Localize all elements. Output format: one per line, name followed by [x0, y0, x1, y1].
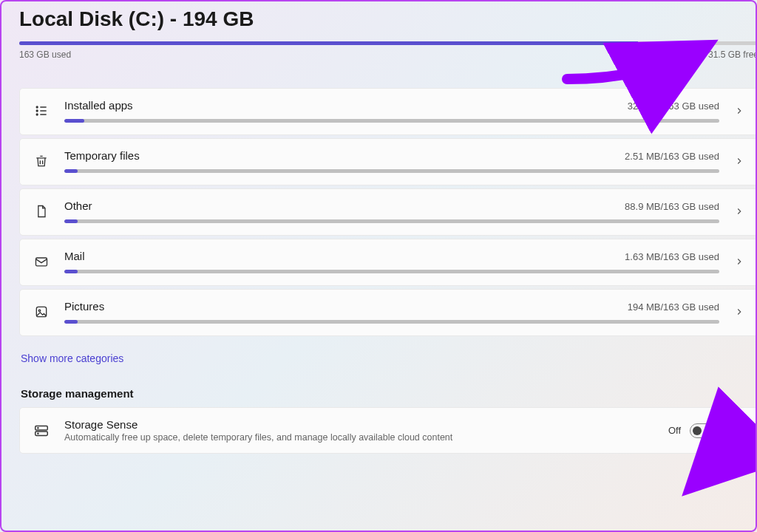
storage-sense-desc: Automatically free up space, delete temp… [64, 432, 654, 443]
page-title: Local Disk (C:) - 194 GB [19, 7, 756, 31]
category-name: Mail [64, 250, 85, 262]
toggle-knob [693, 426, 702, 435]
storage-sense-title: Storage Sense [64, 418, 654, 431]
category-row-pictures[interactable]: Pictures194 MB/163 GB used [19, 289, 757, 336]
storage-sense-state-label: Off [668, 425, 681, 436]
category-name: Temporary files [64, 149, 140, 162]
storage-sense-toggle[interactable] [690, 423, 719, 438]
svg-point-2 [36, 114, 38, 115]
category-name: Pictures [64, 300, 104, 313]
mail-icon [33, 253, 50, 270]
svg-point-10 [38, 310, 41, 312]
svg-point-0 [36, 106, 38, 108]
category-size: 1.63 MB/163 GB used [625, 251, 719, 262]
storage-sense-icon [33, 423, 50, 439]
show-more-categories-link[interactable]: Show more categories [21, 352, 123, 364]
svg-point-13 [38, 427, 38, 428]
apps-icon [33, 103, 50, 119]
category-bar-fill [64, 119, 84, 123]
chevron-right-icon [734, 307, 744, 317]
svg-point-1 [36, 110, 38, 112]
category-name: Other [64, 200, 92, 212]
category-bar-fill [64, 270, 78, 273]
chevron-right-icon [734, 206, 744, 216]
category-row-other[interactable]: Other88.9 MB/163 GB used [19, 188, 757, 236]
file-icon [33, 203, 50, 219]
svg-rect-8 [36, 258, 47, 266]
storage-sense-row[interactable]: Storage Sense Automatically free up spac… [19, 407, 757, 454]
chevron-right-icon [734, 106, 744, 116]
category-bar [64, 169, 719, 173]
image-icon [33, 304, 50, 320]
disk-free-label: 31.5 GB free [708, 50, 757, 60]
category-size: 194 MB/163 GB used [628, 301, 719, 313]
category-bar-fill [64, 169, 78, 173]
trash-icon [33, 153, 50, 169]
category-size: 321 MB/163 GB used [628, 100, 719, 112]
chevron-right-icon [734, 426, 744, 436]
chevron-right-icon [734, 156, 744, 166]
category-bar [64, 270, 719, 273]
chevron-right-icon [734, 256, 744, 267]
svg-point-14 [38, 433, 38, 434]
category-row-installed-apps[interactable]: Installed apps321 MB/163 GB used [19, 88, 757, 135]
disk-usage-bar [19, 41, 757, 45]
category-size: 88.9 MB/163 GB used [625, 201, 719, 212]
category-bar-fill [64, 219, 78, 223]
disk-used-label: 163 GB used [19, 50, 71, 60]
category-bar [64, 320, 719, 324]
disk-usage-fill [19, 41, 638, 45]
category-row-temp-files[interactable]: Temporary files2.51 MB/163 GB used [19, 138, 757, 185]
category-bar [64, 119, 719, 123]
storage-management-heading: Storage management [21, 387, 756, 400]
category-size: 2.51 MB/163 GB used [625, 151, 719, 162]
category-bar [64, 219, 719, 223]
category-bar-fill [64, 320, 78, 324]
category-row-mail[interactable]: Mail1.63 MB/163 GB used [19, 239, 757, 286]
category-name: Installed apps [64, 99, 133, 112]
